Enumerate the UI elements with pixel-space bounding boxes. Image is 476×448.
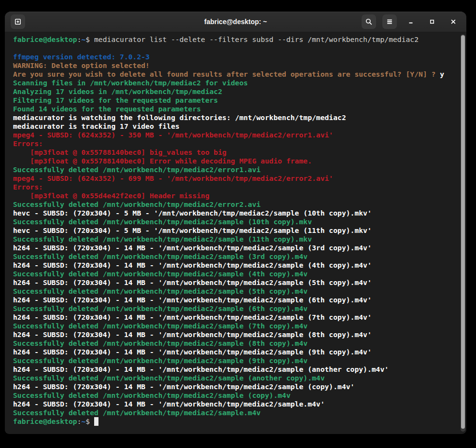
- terminal-line: mediacurator is watching the following d…: [13, 113, 461, 122]
- terminal-screen[interactable]: fabrice@desktop:~$ mediacurator list --d…: [5, 32, 466, 434]
- hamburger-menu-icon: [386, 18, 393, 26]
- terminal-line: Successfully deleted /mnt/workbench/tmp/…: [13, 408, 461, 417]
- menu-button[interactable]: [382, 14, 397, 29]
- terminal-line: Successfully deleted /mnt/workbench/tmp/…: [13, 304, 461, 313]
- terminal-line: h264 - SUBSD: (720x304) - 14 MB - '/mnt/…: [13, 348, 461, 356]
- minimize-icon: [407, 18, 415, 26]
- terminal-line: h264 - SUBSD: (720x304) - 14 MB - '/mnt/…: [13, 365, 461, 374]
- titlebar-controls: [362, 14, 461, 29]
- terminal-line: fabrice@desktop:~$: [13, 417, 461, 426]
- scrollbar-thumb[interactable]: [461, 35, 465, 429]
- terminal-line: WARNING: Delete option selected!: [13, 61, 461, 70]
- terminal-line: [mp3float @ 0x55788140bec0] big_values t…: [13, 148, 461, 157]
- terminal-line: h264 - SUBSD: (720x304) - 14 MB - '/mnt/…: [13, 278, 461, 287]
- terminal-line: h264 - SUBSD: (720x304) - 14 MB - '/mnt/…: [13, 382, 461, 391]
- terminal-line: [13, 44, 461, 53]
- terminal-line: ffmpeg version detected: 7.0.2-3: [13, 53, 461, 61]
- terminal-line: Filtering 17 videos for the requested pa…: [13, 96, 461, 105]
- new-tab-button[interactable]: [11, 14, 25, 29]
- terminal-line: h264 - SUBSD: (720x304) - 14 MB - '/mnt/…: [13, 244, 461, 252]
- terminal-window: fabrice@desktop: ~: [5, 12, 466, 434]
- close-button[interactable]: [446, 14, 461, 29]
- terminal-line: Successfully deleted /mnt/workbench/tmp/…: [13, 391, 461, 400]
- terminal-line: Are you sure you wish to delete all foun…: [13, 70, 461, 79]
- terminal-line: [mp3float @ 0x55d4e42f2ec0] Header missi…: [13, 191, 461, 200]
- terminal-line: Successfully deleted /mnt/workbench/tmp/…: [13, 252, 461, 261]
- terminal-line: fabrice@desktop:~$ mediacurator list --d…: [13, 35, 461, 44]
- terminal-line: hevc - SUBSD: (720x304) - 5 MB - '/mnt/w…: [13, 226, 461, 235]
- terminal-line: Errors:: [13, 183, 461, 191]
- terminal-line: mpeg4 - SUBSD: (624x352) - 350 MB - '/mn…: [13, 131, 461, 139]
- maximize-button[interactable]: [425, 14, 439, 29]
- close-icon: [449, 18, 457, 26]
- terminal-cursor: [94, 417, 98, 426]
- terminal-line: Successfully deleted /mnt/workbench/tmp/…: [13, 270, 461, 278]
- terminal-line: h264 - SUBSD: (720x304) - 14 MB - '/mnt/…: [13, 261, 461, 270]
- titlebar: fabrice@desktop: ~: [5, 12, 466, 32]
- terminal-line: h264 - SUBSD: (720x304) - 14 MB - '/mnt/…: [13, 313, 461, 322]
- terminal-line: h264 - SUBSD: (720x304) - 14 MB - '/mnt/…: [13, 400, 461, 408]
- terminal-line: Successfully deleted /mnt/workbench/tmp/…: [13, 165, 461, 174]
- terminal-line: Successfully deleted /mnt/workbench/tmp/…: [13, 217, 461, 226]
- terminal-line: Found 14 videos for the requested parame…: [13, 105, 461, 113]
- terminal-line: Successfully deleted /mnt/workbench/tmp/…: [13, 235, 461, 244]
- search-button[interactable]: [362, 14, 376, 29]
- terminal-line: mpeg4 - SUBSD: (624x352) - 699 MB - '/mn…: [13, 174, 461, 183]
- maximize-icon: [428, 18, 436, 26]
- terminal-line: Successfully deleted /mnt/workbench/tmp/…: [13, 356, 461, 365]
- new-tab-icon: [14, 18, 22, 26]
- terminal-line: h264 - SUBSD: (720x304) - 14 MB - '/mnt/…: [13, 296, 461, 304]
- terminal-line: Successfully deleted /mnt/workbench/tmp/…: [13, 374, 461, 382]
- terminal-line: Successfully deleted /mnt/workbench/tmp/…: [13, 287, 461, 296]
- terminal-line: Successfully deleted /mnt/workbench/tmp/…: [13, 200, 461, 209]
- minimize-button[interactable]: [404, 14, 418, 29]
- terminal-line: Successfully deleted /mnt/workbench/tmp/…: [13, 339, 461, 348]
- terminal-line: Analyzing 17 videos in /mnt/workbench/tm…: [13, 87, 461, 96]
- search-icon: [365, 18, 373, 26]
- terminal-line: Scanning files in /mnt/workbench/tmp/med…: [13, 79, 461, 87]
- scrollbar[interactable]: [461, 34, 465, 432]
- terminal-output: fabrice@desktop:~$ mediacurator list --d…: [5, 32, 466, 426]
- terminal-line: h264 - SUBSD: (720x304) - 14 MB - '/mnt/…: [13, 330, 461, 339]
- terminal-line: Errors:: [13, 139, 461, 148]
- terminal-line: hevc - SUBSD: (720x304) - 5 MB - '/mnt/w…: [13, 209, 461, 217]
- terminal-line: mediacurator is tracking 17 video files: [13, 122, 461, 131]
- terminal-line: Successfully deleted /mnt/workbench/tmp/…: [13, 322, 461, 330]
- terminal-line: [mp3float @ 0x55788140bec0] Error while …: [13, 157, 461, 165]
